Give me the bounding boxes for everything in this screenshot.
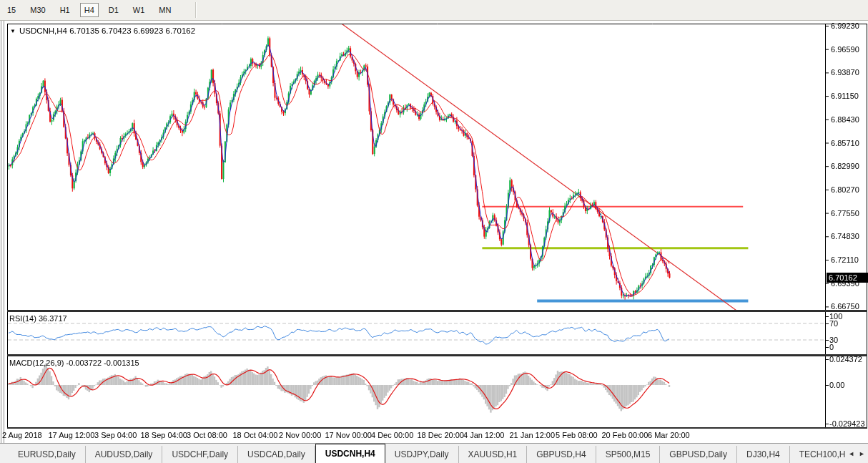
tab-dj30-h4[interactable]: DJ30,H4 <box>737 446 790 463</box>
timeframe-buttons: 15M30H1H4D1W1MN <box>0 3 178 17</box>
tab-usdcnh-h4[interactable]: USDCNH,H4 <box>315 444 385 463</box>
timeframe-button-d1[interactable]: D1 <box>104 3 123 17</box>
tab-eurusd-daily[interactable]: EURUSD,Daily <box>9 446 86 463</box>
toolbar-separator <box>195 2 197 18</box>
timeframe-button-w1[interactable]: W1 <box>129 3 149 17</box>
timeframe-button-mn[interactable]: MN <box>154 3 175 17</box>
timeframe-button-h4[interactable]: H4 <box>80 3 99 17</box>
tab-scroll-right-icon[interactable]: ► <box>859 450 865 457</box>
chart-canvas[interactable] <box>0 0 868 463</box>
tab-gbpusd-daily[interactable]: GBPUSD,Daily <box>660 446 737 463</box>
timeframe-button-h1[interactable]: H1 <box>56 3 74 17</box>
tab-xauusd-h1[interactable]: XAUUSD,H1 <box>459 446 528 463</box>
tab-gbpusd-h4[interactable]: GBPUSD,H4 <box>527 446 596 463</box>
tab-scroll-left-icon[interactable]: ◄ <box>848 450 854 457</box>
tab-scroll-buttons: ◄ ► <box>845 444 868 463</box>
tab-audusd-daily[interactable]: AUDUSD,Daily <box>86 446 163 463</box>
tab-sp500-m15[interactable]: SP500,M15 <box>596 446 661 463</box>
tab-usdcad-daily[interactable]: USDCAD,Daily <box>238 446 315 463</box>
timeframe-button-m30[interactable]: M30 <box>26 3 49 17</box>
tab-tech100-h1[interactable]: TECH100,H1 <box>790 446 845 463</box>
chart-tab-bar: EURUSD,DailyAUDUSD,DailyUSDCHF,DailyUSDC… <box>0 443 868 463</box>
tab-usdchf-daily[interactable]: USDCHF,Daily <box>162 446 238 463</box>
chart-tabs: EURUSD,DailyAUDUSD,DailyUSDCHF,DailyUSDC… <box>0 444 845 463</box>
tab-usdjpy-daily[interactable]: USDJPY,Daily <box>385 446 459 463</box>
timeframe-button-15[interactable]: 15 <box>3 3 20 17</box>
timeframe-toolbar: 15M30H1H4D1W1MN <box>0 0 868 21</box>
